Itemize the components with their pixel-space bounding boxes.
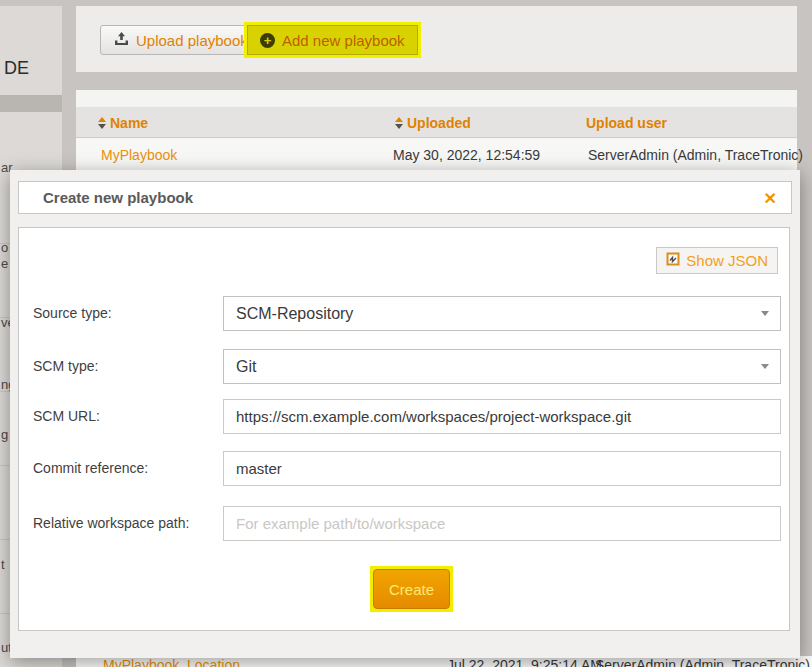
upload-playbook-button[interactable]: Upload playbook — [100, 25, 262, 55]
table-header-row: Name Uploaded Upload user — [76, 107, 797, 138]
source-type-label: Source type: — [33, 296, 112, 331]
scm-url-label: SCM URL: — [33, 399, 100, 434]
highlight-add-new-playbook: + Add new playbook — [244, 22, 421, 58]
form-row-scm-url: SCM URL: — [19, 399, 791, 434]
create-button[interactable]: Create — [373, 569, 450, 609]
sort-icon — [395, 117, 403, 129]
source-type-value: SCM-Repository — [236, 297, 353, 330]
sidebar-text-fragment: o — [1, 240, 8, 255]
form-row-scm-type: SCM type: Git — [19, 349, 791, 384]
upload-user-cell: ServerAdmin (Admin, TraceTronic) — [595, 657, 810, 667]
chevron-down-icon — [761, 311, 769, 316]
playbook-name-link[interactable]: MyPlaybook — [101, 147, 177, 163]
plus-circle-icon: + — [260, 33, 275, 48]
add-new-playbook-label: Add new playbook — [282, 32, 405, 49]
scm-type-select[interactable]: Git — [223, 349, 781, 384]
add-new-playbook-button[interactable]: + Add new playbook — [247, 25, 418, 55]
upload-playbook-label: Upload playbook — [136, 32, 248, 49]
uploaded-cell: Jul 22, 2021, 9:25:14 AM — [447, 657, 602, 667]
chevron-down-icon — [761, 364, 769, 369]
sidebar-text-fragment: e — [1, 256, 8, 271]
sidebar-divider — [0, 95, 62, 112]
create-playbook-modal: Create new playbook ✕ Show JSON Source t… — [10, 170, 800, 658]
relative-workspace-path-label: Relative workspace path: — [33, 506, 189, 541]
form-row-commit-reference: Commit reference: — [19, 451, 791, 486]
playbook-name-link[interactable]: MyPlaybook_Location — [103, 657, 240, 667]
commit-reference-label: Commit reference: — [33, 451, 148, 486]
sidebar-text-fragment: t — [1, 557, 5, 572]
close-icon[interactable]: ✕ — [764, 182, 777, 215]
show-json-button[interactable]: Show JSON — [656, 247, 778, 274]
relative-workspace-path-input[interactable] — [223, 506, 781, 541]
form-row-relative-workspace-path: Relative workspace path: — [19, 506, 791, 541]
source-type-select[interactable]: SCM-Repository — [223, 296, 781, 331]
sort-icon — [98, 117, 106, 129]
highlight-create-button: Create — [370, 566, 453, 612]
json-document-icon — [666, 252, 680, 269]
column-header-uploaded[interactable]: Uploaded — [395, 107, 471, 138]
scm-type-value: Git — [236, 350, 256, 383]
column-header-upload-user[interactable]: Upload user — [586, 107, 667, 138]
column-header-name[interactable]: Name — [98, 107, 148, 138]
column-header-upload-user-label: Upload user — [586, 115, 667, 131]
upload-icon — [114, 32, 129, 49]
modal-header: Create new playbook ✕ — [18, 181, 792, 214]
sidebar-text-fragment: g — [1, 427, 8, 442]
column-header-uploaded-label: Uploaded — [407, 115, 471, 131]
form-row-source-type: Source type: SCM-Repository — [19, 296, 791, 331]
toolbar-panel: Upload playbook + Add new playbook — [76, 6, 797, 72]
upload-user-cell: ServerAdmin (Admin, TraceTronic) — [588, 147, 803, 163]
table-row: MyPlaybook May 30, 2022, 12:54:59 Server… — [76, 139, 797, 171]
scm-type-label: SCM type: — [33, 349, 98, 384]
scm-url-input[interactable] — [223, 399, 781, 434]
commit-reference-input[interactable] — [223, 451, 781, 486]
sidebar-label-fragment: DE — [4, 58, 29, 79]
modal-body: Show JSON Source type: SCM-Repository SC… — [18, 227, 790, 631]
column-header-name-label: Name — [110, 115, 148, 131]
show-json-label: Show JSON — [686, 252, 768, 269]
uploaded-cell: May 30, 2022, 12:54:59 — [393, 147, 540, 163]
screen: DE ar o e ve ng g t ut Upload playbook +… — [0, 0, 812, 667]
modal-title: Create new playbook — [43, 189, 193, 206]
